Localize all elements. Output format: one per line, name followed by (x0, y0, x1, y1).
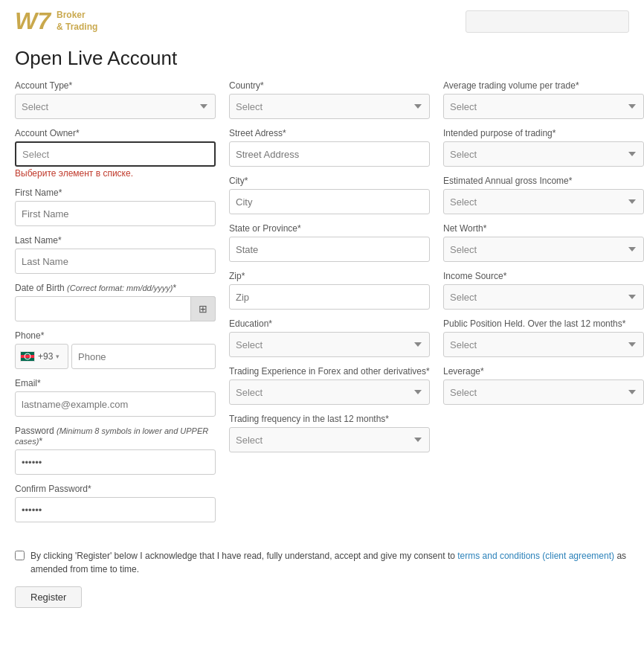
account-owner-field: Account Owner* Select Выберите элемент в… (15, 128, 216, 179)
city-input[interactable] (229, 189, 430, 214)
account-owner-select[interactable]: Select (15, 141, 216, 167)
password-field: Password (Minimum 8 symbols in lower and… (15, 426, 216, 475)
first-name-field: First Name* (15, 188, 216, 226)
account-type-field: Account Type* Select (15, 80, 216, 119)
avg-volume-field: Average trading volume per trade* Select (443, 80, 644, 119)
state-field: State or Province* (229, 223, 430, 262)
bottom-section: By clicking 'Register' below I acknowled… (0, 546, 644, 623)
terms-checkbox[interactable] (15, 551, 25, 560)
zip-label: Zip* (229, 271, 430, 281)
income-source-field: Income Source* Select (443, 271, 644, 310)
dob-input[interactable]: 01/21/2023 (15, 296, 216, 321)
public-position-field: Public Position Held. Over the last 12 m… (443, 318, 644, 357)
terms-checkbox-row: By clicking 'Register' below I acknowled… (15, 549, 629, 576)
phone-chevron-icon: ▾ (56, 353, 59, 360)
education-label: Education* (229, 318, 430, 329)
last-name-input[interactable] (15, 249, 216, 274)
phone-label: Phone* (15, 330, 216, 341)
dob-field: Date of Birth (Correct format: mm/dd/yyy… (15, 283, 216, 321)
country-select[interactable]: Select (229, 94, 430, 119)
email-input[interactable] (15, 391, 216, 417)
zip-input[interactable] (229, 284, 430, 310)
intended-purpose-label: Intended purpose of trading* (443, 128, 644, 138)
public-position-select[interactable]: Select (443, 332, 644, 357)
page-title: Open Live Account (0, 35, 644, 80)
date-wrapper: 01/21/2023 ⊞ (15, 296, 216, 321)
est-income-select[interactable]: Select (443, 189, 644, 214)
password-label: Password (Minimum 8 symbols in lower and… (15, 426, 216, 446)
form-wrapper: Account Type* Select Account Owner* Sele… (0, 80, 644, 546)
dob-label: Date of Birth (Correct format: mm/dd/yyy… (15, 283, 216, 293)
trading-freq-field: Trading frequency in the last 12 months*… (229, 414, 430, 452)
last-name-field: Last Name* (15, 235, 216, 274)
intended-purpose-select[interactable]: Select (443, 141, 644, 167)
leverage-select[interactable]: Select (443, 379, 644, 405)
account-owner-error: Выберите элемент в списке. (15, 168, 216, 179)
est-income-label: Estimated Annual gross Income* (443, 176, 644, 186)
trading-exp-label: Trading Experience in Forex and other de… (229, 366, 430, 377)
leverage-field: Leverage* Select (443, 366, 644, 405)
street-field: Street Adress* (229, 128, 430, 167)
phone-row: +93 ▾ (15, 344, 216, 369)
first-name-label: First Name* (15, 188, 216, 198)
country-field: Country* Select (229, 80, 430, 119)
email-label: Email* (15, 378, 216, 388)
zip-field: Zip* (229, 271, 430, 310)
last-name-label: Last Name* (15, 235, 216, 246)
phone-flag-select[interactable]: +93 ▾ (15, 344, 68, 369)
logo-text: Broker & Trading (57, 10, 97, 33)
income-source-select[interactable]: Select (443, 284, 644, 310)
column-1: Account Type* Select Account Owner* Sele… (15, 80, 216, 531)
trading-exp-select[interactable]: Select (229, 379, 430, 405)
form-grid: Account Type* Select Account Owner* Sele… (15, 80, 629, 531)
password-input[interactable] (15, 449, 216, 475)
state-input[interactable] (229, 237, 430, 262)
income-source-label: Income Source* (443, 271, 644, 281)
flag-icon (20, 351, 35, 362)
confirm-password-input[interactable] (15, 497, 216, 522)
net-worth-select[interactable]: Select (443, 237, 644, 262)
street-input[interactable] (229, 141, 430, 167)
terms-text: By clicking 'Register' below I acknowled… (30, 549, 629, 576)
net-worth-field: Net Worth* Select (443, 223, 644, 262)
register-button[interactable]: Register (15, 586, 82, 608)
confirm-password-field: Confirm Password* (15, 484, 216, 522)
confirm-password-label: Confirm Password* (15, 484, 216, 494)
est-income-field: Estimated Annual gross Income* Select (443, 176, 644, 214)
public-position-label: Public Position Held. Over the last 12 m… (443, 318, 644, 329)
city-label: City* (229, 176, 430, 186)
net-worth-label: Net Worth* (443, 223, 644, 234)
phone-field: Phone* +93 ▾ (15, 330, 216, 369)
education-field: Education* Select (229, 318, 430, 357)
state-label: State or Province* (229, 223, 430, 234)
avg-volume-label: Average trading volume per trade* (443, 80, 644, 91)
column-2: Country* Select Street Adress* City* Sta… (229, 80, 430, 531)
trading-freq-select[interactable]: Select (229, 427, 430, 452)
phone-code: +93 (38, 351, 53, 362)
account-type-label: Account Type* (15, 80, 216, 91)
header: W7 Broker & Trading (0, 0, 644, 35)
intended-purpose-field: Intended purpose of trading* Select (443, 128, 644, 167)
column-3: Average trading volume per trade* Select… (443, 80, 644, 531)
street-label: Street Adress* (229, 128, 430, 138)
city-field: City* (229, 176, 430, 214)
country-label: Country* (229, 80, 430, 91)
terms-link[interactable]: terms and conditions (client agreement) (457, 551, 614, 561)
leverage-label: Leverage* (443, 366, 644, 377)
phone-input[interactable] (71, 344, 216, 369)
logo: W7 Broker & Trading (15, 7, 97, 35)
calendar-icon[interactable]: ⊞ (190, 296, 216, 321)
first-name-input[interactable] (15, 201, 216, 226)
trading-exp-field: Trading Experience in Forex and other de… (229, 366, 430, 405)
account-owner-label: Account Owner* (15, 128, 216, 138)
education-select[interactable]: Select (229, 332, 430, 357)
account-type-select[interactable]: Select (15, 94, 216, 119)
logo-w7: W7 (15, 7, 51, 35)
trading-freq-label: Trading frequency in the last 12 months* (229, 414, 430, 424)
avg-volume-select[interactable]: Select (443, 94, 644, 119)
email-field: Email* (15, 378, 216, 417)
top-right-box (466, 10, 629, 33)
